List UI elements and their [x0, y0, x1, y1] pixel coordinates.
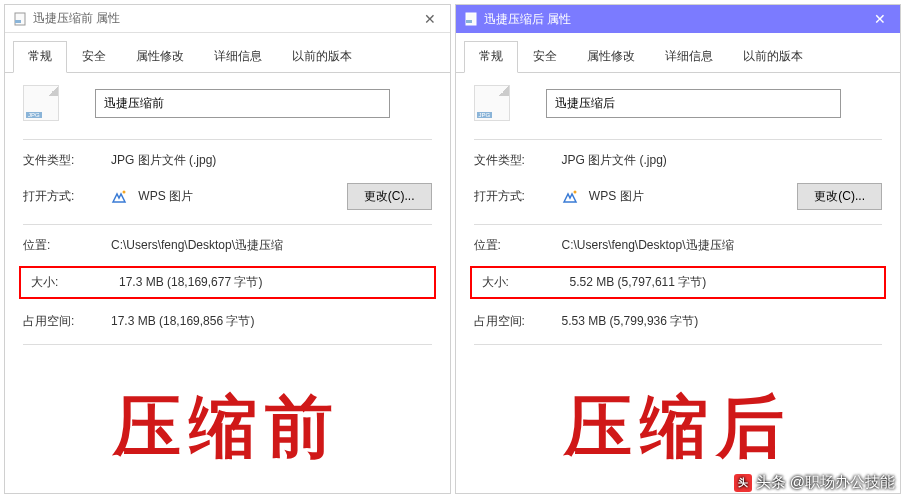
tab-details[interactable]: 详细信息	[650, 41, 728, 72]
divider	[23, 344, 432, 345]
svg-point-3	[123, 190, 126, 193]
content-area: JPG 迅捷压缩前 文件类型: JPG 图片文件 (.jpg) 打开方式: WP…	[5, 73, 450, 493]
properties-window-before: 迅捷压缩前 属性 ✕ 常规 安全 属性修改 详细信息 以前的版本 JPG 迅捷压…	[4, 4, 451, 494]
content-area: JPG 迅捷压缩后 文件类型: JPG 图片文件 (.jpg) 打开方式: WP…	[456, 73, 901, 493]
size-highlight: 大小: 5.52 MB (5,797,611 字节)	[470, 266, 887, 299]
properties-window-after: 迅捷压缩后 属性 ✕ 常规 安全 属性修改 详细信息 以前的版本 JPG 迅捷压…	[455, 4, 902, 494]
svg-marker-2	[113, 194, 125, 202]
divider	[474, 139, 883, 140]
open-with-label: 打开方式:	[23, 188, 111, 205]
watermark: 头 头条 @职场办公技能	[734, 473, 895, 492]
location-label: 位置:	[474, 237, 562, 254]
titlebar[interactable]: 迅捷压缩后 属性 ✕	[456, 5, 901, 33]
disk-size-label: 占用空间:	[474, 313, 562, 330]
location-label: 位置:	[23, 237, 111, 254]
size-highlight: 大小: 17.3 MB (18,169,677 字节)	[19, 266, 436, 299]
filename-input[interactable]: 迅捷压缩后	[546, 89, 841, 118]
open-with-value: WPS 图片	[111, 188, 347, 205]
tab-previous-versions[interactable]: 以前的版本	[728, 41, 818, 72]
file-type-icon: JPG	[474, 85, 510, 121]
file-icon	[13, 12, 27, 26]
tab-bar: 常规 安全 属性修改 详细信息 以前的版本	[5, 33, 450, 73]
disk-size-label: 占用空间:	[23, 313, 111, 330]
tab-security[interactable]: 安全	[518, 41, 572, 72]
divider	[474, 224, 883, 225]
tab-bar: 常规 安全 属性修改 详细信息 以前的版本	[456, 33, 901, 73]
change-program-button[interactable]: 更改(C)...	[347, 183, 432, 210]
size-label: 大小:	[482, 274, 570, 291]
tab-previous-versions[interactable]: 以前的版本	[277, 41, 367, 72]
tab-general[interactable]: 常规	[464, 41, 518, 73]
disk-size-value: 5.53 MB (5,799,936 字节)	[562, 313, 883, 330]
tab-property-modify[interactable]: 属性修改	[572, 41, 650, 72]
close-button[interactable]: ✕	[410, 5, 450, 33]
file-type-label: 文件类型:	[23, 152, 111, 169]
divider	[474, 344, 883, 345]
location-value: C:\Users\feng\Desktop\迅捷压缩	[111, 237, 432, 254]
tab-details[interactable]: 详细信息	[199, 41, 277, 72]
toutiao-icon: 头	[734, 474, 752, 492]
svg-rect-0	[15, 13, 25, 25]
size-value: 5.52 MB (5,797,611 字节)	[570, 274, 875, 291]
annotation-label-after: 压缩后	[564, 382, 792, 473]
wps-icon	[562, 189, 578, 205]
file-type-icon: JPG	[23, 85, 59, 121]
svg-rect-5	[466, 20, 472, 23]
location-value: C:\Users\feng\Desktop\迅捷压缩	[562, 237, 883, 254]
window-title: 迅捷压缩后 属性	[484, 11, 893, 28]
file-icon	[464, 12, 478, 26]
wps-icon	[111, 189, 127, 205]
svg-marker-6	[564, 194, 576, 202]
window-title: 迅捷压缩前 属性	[33, 10, 442, 27]
divider	[23, 139, 432, 140]
close-button[interactable]: ✕	[860, 5, 900, 33]
titlebar[interactable]: 迅捷压缩前 属性 ✕	[5, 5, 450, 33]
svg-point-7	[573, 190, 576, 193]
size-label: 大小:	[31, 274, 119, 291]
open-with-value: WPS 图片	[562, 188, 798, 205]
divider	[23, 224, 432, 225]
file-type-value: JPG 图片文件 (.jpg)	[562, 152, 883, 169]
tab-general[interactable]: 常规	[13, 41, 67, 73]
tab-property-modify[interactable]: 属性修改	[121, 41, 199, 72]
annotation-label-before: 压缩前	[113, 382, 341, 473]
filename-input[interactable]: 迅捷压缩前	[95, 89, 390, 118]
tab-security[interactable]: 安全	[67, 41, 121, 72]
svg-rect-1	[15, 20, 21, 23]
size-value: 17.3 MB (18,169,677 字节)	[119, 274, 424, 291]
disk-size-value: 17.3 MB (18,169,856 字节)	[111, 313, 432, 330]
file-type-value: JPG 图片文件 (.jpg)	[111, 152, 432, 169]
svg-rect-4	[466, 13, 476, 25]
file-type-label: 文件类型:	[474, 152, 562, 169]
open-with-label: 打开方式:	[474, 188, 562, 205]
change-program-button[interactable]: 更改(C)...	[797, 183, 882, 210]
